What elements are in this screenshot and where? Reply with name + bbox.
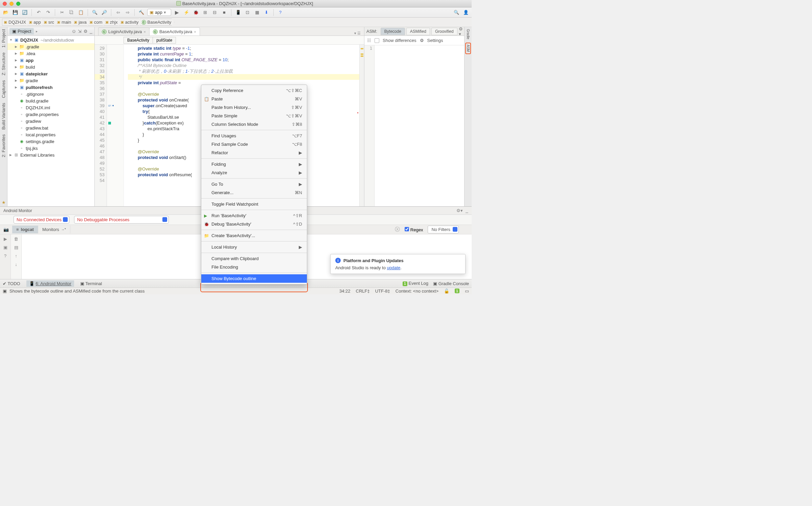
regex-checkbox[interactable]: Regex — [405, 227, 423, 232]
asm-tab-groovified[interactable]: Groovified — [431, 28, 457, 35]
menu-item[interactable]: Find Usages⌥F7 — [201, 132, 307, 140]
close-icon[interactable]: × — [143, 30, 145, 34]
tree-item[interactable]: ▫gradlew — [7, 118, 94, 124]
tree-item[interactable]: ◉build.gradle — [7, 97, 94, 104]
gear-icon[interactable]: ⚙▾ — [456, 208, 463, 213]
tree-item[interactable]: ▫.gitignore — [7, 91, 94, 97]
play-icon[interactable]: ▶ — [4, 236, 7, 242]
trash-icon[interactable]: 🗑 — [14, 236, 18, 242]
tab-overflow[interactable]: ▾ ☰ — [351, 31, 364, 36]
save-icon[interactable]: 💾 — [12, 9, 19, 16]
event-log-button[interactable]: 1 Event Log — [403, 281, 428, 286]
attach-icon[interactable]: ⊟ — [211, 9, 219, 16]
gear-icon[interactable]: ⚙ — [84, 29, 88, 34]
update-notification[interactable]: iPlatform and Plugin Updates Android Stu… — [330, 254, 466, 274]
menu-item[interactable]: Show Bytecode outline — [201, 274, 307, 283]
menu-item[interactable]: Refactor▶ — [201, 148, 307, 157]
menu-item[interactable]: Go To▶ — [201, 180, 307, 188]
menu-item[interactable]: Copy Reference⌥⇧⌘C — [201, 86, 307, 95]
crumb-6[interactable]: ▣zhjx — [104, 19, 121, 26]
project-tree[interactable]: ▼▣ DQZHJX ~/androidstudiow ▶📁.gradle▶📁.i… — [7, 36, 94, 206]
crumb2-0[interactable]: BaseActivity — [123, 37, 153, 44]
gear-icon[interactable]: ⚙ ▾ — [459, 26, 463, 37]
tree-item[interactable]: ▫tjsj.jks — [7, 145, 94, 152]
rail-project[interactable]: 1: Project — [1, 29, 6, 48]
redo-icon[interactable]: ↷ — [44, 9, 52, 16]
menu-item[interactable]: 🐞Debug 'BaseActivity'^⇧D — [201, 220, 307, 228]
terminal-button[interactable]: ▣ Terminal — [80, 281, 102, 286]
user-icon[interactable]: 👤 — [462, 9, 470, 16]
sync-gradle-icon[interactable]: ⬇ — [263, 9, 270, 16]
target-icon[interactable]: ⊙ — [72, 29, 76, 34]
clear-icon[interactable]: ⓧ — [395, 226, 400, 233]
cut-icon[interactable]: ✂ — [58, 9, 66, 16]
menu-item[interactable]: Paste Simple⌥⇧⌘V — [201, 112, 307, 120]
settings-label[interactable]: Settings — [427, 38, 443, 43]
rail-captures[interactable]: Captures — [1, 80, 6, 98]
process-select[interactable]: No Debuggable Processes — [74, 216, 169, 224]
todo-button[interactable]: ✔ TODO — [3, 281, 20, 286]
tree-item[interactable]: ▶📁.idea — [7, 50, 94, 57]
tree-item[interactable]: ▫local.properties — [7, 131, 94, 138]
up-icon[interactable]: ↑ — [15, 253, 17, 258]
debug-icon[interactable]: 🐞 — [192, 9, 200, 16]
scroll-icon[interactable]: ▤ — [14, 245, 18, 250]
crumb-0[interactable]: ▣DQZHJX — [2, 19, 29, 26]
close-window[interactable] — [3, 2, 7, 6]
crumb-7[interactable]: ▣activity — [119, 19, 142, 26]
mem-indicator[interactable]: ▭ — [465, 289, 469, 294]
asm-body[interactable]: 1 — [364, 45, 464, 206]
show-diff-checkbox[interactable] — [375, 38, 379, 43]
tree-item[interactable]: ▶▣app — [7, 57, 94, 64]
tree-item[interactable]: ▫gradle.properties — [7, 111, 94, 118]
back-icon[interactable]: ⇦ — [114, 9, 122, 16]
menu-item[interactable]: Compare with Clipboard — [201, 254, 307, 263]
scroll-strip[interactable] — [359, 45, 364, 206]
crumb-3[interactable]: ▣main — [55, 19, 74, 26]
encoding[interactable]: UTF-8‡ — [375, 289, 390, 294]
tree-item[interactable]: ▶📁.gradle — [7, 43, 94, 50]
hide-icon[interactable]: ⎯ — [90, 29, 92, 34]
rail-build-variants[interactable]: Build Variants — [1, 103, 6, 130]
run-configuration[interactable]: ▣app▾ — [147, 9, 171, 16]
notif-badge[interactable]: 1 — [455, 289, 459, 293]
context[interactable]: Context: <no context> — [396, 289, 438, 294]
search-everywhere-icon[interactable]: 🔍 — [453, 9, 460, 16]
help-icon[interactable]: ? — [4, 253, 6, 258]
stop-icon[interactable]: ■ — [221, 9, 228, 16]
lock-icon[interactable]: 🔓 — [444, 289, 449, 294]
make-icon[interactable]: 🔨 — [138, 9, 145, 16]
rail-structure[interactable]: Z: Structure — [1, 52, 6, 75]
tree-item[interactable]: ◉settings.gradle — [7, 138, 94, 145]
run-icon[interactable]: ▶ — [173, 9, 181, 16]
find-icon[interactable]: 🔍 — [91, 9, 98, 16]
logcat-tab[interactable]: ≡logcat — [12, 226, 38, 233]
replace-icon[interactable]: 🔎 — [100, 9, 108, 16]
android-monitor-button[interactable]: 📱 6: Android Monitor — [26, 280, 74, 287]
menu-item[interactable]: Analyze▶ — [201, 168, 307, 177]
editor-gutter[interactable]: 2930313233343536373839404142434445464748… — [95, 45, 107, 206]
crumb-4[interactable]: ▣java — [72, 19, 90, 26]
tree-item[interactable]: ▶▣datepicker — [7, 70, 94, 77]
asm-tab-bytecode[interactable]: Bytecode — [381, 28, 405, 35]
rail-favorites[interactable]: 2: Favorites — [1, 134, 6, 157]
sync-icon[interactable]: 🔄 — [21, 9, 28, 16]
open-icon[interactable]: 📂 — [2, 9, 9, 16]
gradle-console-button[interactable]: ▣ Gradle Console — [433, 281, 469, 286]
profile-icon[interactable]: ⊞ — [202, 9, 209, 16]
tree-item[interactable]: ▶📁build — [7, 64, 94, 70]
rail-asm[interactable]: ASM — [465, 43, 471, 54]
tree-item[interactable]: ▫DQZHJX.iml — [7, 104, 94, 111]
forward-icon[interactable]: ⇨ — [124, 9, 131, 16]
hide-icon[interactable]: ⎯ — [466, 208, 468, 213]
menu-item[interactable]: Find Sample Code⌥F8 — [201, 140, 307, 148]
monitors-tab[interactable]: Monitors→* — [38, 226, 70, 233]
menu-item[interactable]: File Encoding — [201, 263, 307, 271]
menu-item[interactable]: 📁Create 'BaseActivity'... — [201, 231, 307, 240]
collapse-icon[interactable]: ⇲ — [78, 29, 82, 34]
menu-item[interactable]: Local History▶ — [201, 243, 307, 251]
editor-tab-0[interactable]: CLoginActivity.java× — [98, 27, 150, 36]
crumb-1[interactable]: ▣app — [27, 19, 44, 26]
help-icon[interactable]: ? — [277, 9, 284, 16]
update-link[interactable]: update — [387, 265, 400, 270]
